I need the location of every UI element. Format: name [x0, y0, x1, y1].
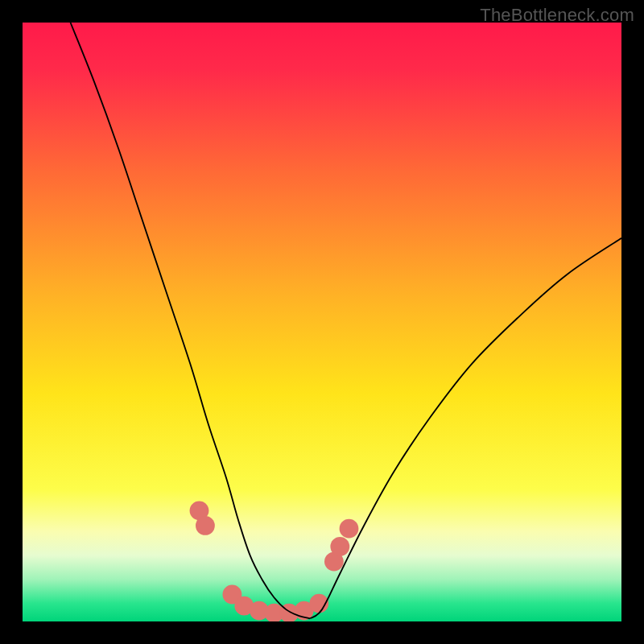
- data-marker: [196, 516, 215, 535]
- watermark-text: TheBottleneck.com: [480, 5, 634, 26]
- chart-container: TheBottleneck.com: [0, 0, 644, 644]
- plot-area: [23, 23, 621, 621]
- right-curve: [310, 238, 621, 618]
- marker-points: [190, 501, 359, 621]
- data-marker: [330, 537, 349, 556]
- left-curve: [71, 23, 311, 618]
- curve-layer: [23, 23, 621, 621]
- data-marker: [340, 519, 359, 539]
